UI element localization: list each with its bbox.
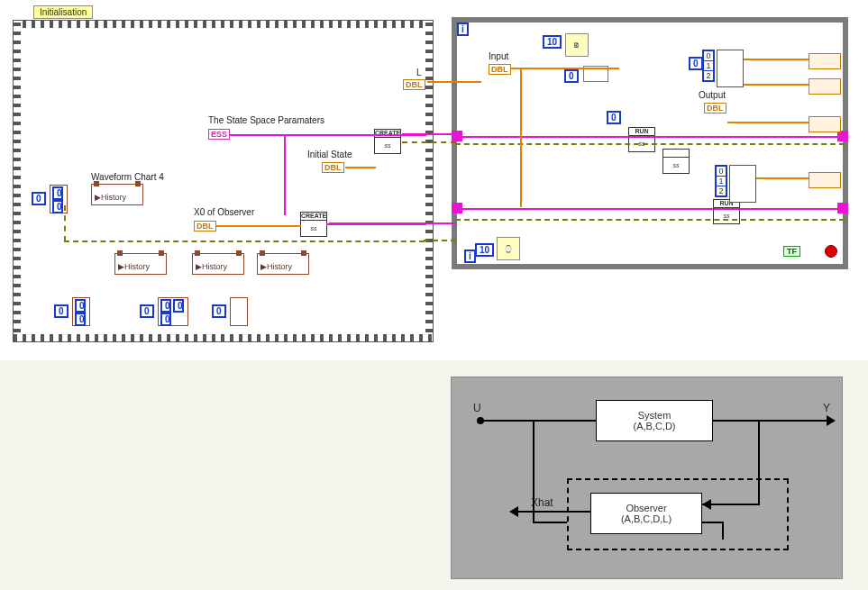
wire-cluster xyxy=(455,136,845,138)
ss-icon: ss xyxy=(714,208,739,223)
create-ss-bottom-subvi[interactable]: CREATE ss xyxy=(300,212,327,237)
loop-iteration-terminal: i xyxy=(464,250,476,263)
create-label: CREATE xyxy=(301,213,326,221)
const-zero: 0 xyxy=(54,304,69,318)
wire-cluster xyxy=(329,222,456,224)
initial-state-datatype: DBL xyxy=(322,162,344,173)
wire-error xyxy=(455,219,845,221)
observer-params: (A,B,C,D,L) xyxy=(591,513,701,524)
bd-wire xyxy=(722,522,724,540)
wire-cluster xyxy=(455,208,845,210)
input-datatype: DBL xyxy=(489,64,511,75)
wire-cluster xyxy=(284,134,286,215)
bd-wire xyxy=(533,420,535,523)
sequence-tab-initialisation: Initialisation xyxy=(33,5,93,19)
while-loop: Input DBL Output DBL 10 10 0 0 0 ⌚ TF i … xyxy=(452,17,848,269)
array-cell: 0 xyxy=(173,299,184,313)
wait-ms-icon[interactable]: ⌚ xyxy=(497,237,520,260)
wire-cluster xyxy=(402,133,456,135)
numeric-array: 0 0 0 xyxy=(158,297,188,326)
bd-wire xyxy=(480,420,596,422)
history-node[interactable]: ▶History xyxy=(257,253,309,275)
state-space-datatype: ESS xyxy=(208,129,230,140)
arrow-left-icon xyxy=(509,506,518,517)
ss-model-subvi[interactable]: ss xyxy=(662,149,690,174)
array-cell: 0 xyxy=(160,313,171,326)
bundle-node[interactable] xyxy=(729,165,756,203)
wire-dbl xyxy=(744,59,809,60)
array-cell: 0 xyxy=(52,200,63,213)
const-zero: 0 xyxy=(212,304,226,318)
array-cell: 0 xyxy=(52,186,63,200)
x0-observer-label: X0 of Observer xyxy=(194,207,254,217)
loop-stop-terminal[interactable] xyxy=(825,245,837,258)
ss-icon: ss xyxy=(375,138,400,153)
u-label: U xyxy=(473,402,481,414)
chart-indicator[interactable] xyxy=(809,53,841,69)
input-label: Input xyxy=(489,51,508,61)
bd-wire xyxy=(713,420,830,422)
state-space-label: The State Space Paramaters xyxy=(208,115,324,125)
chart-indicator[interactable] xyxy=(809,78,841,95)
l-gain-label: L xyxy=(416,68,422,77)
observer-block: Observer (A,B,C,D,L) xyxy=(590,493,702,534)
waveform-chart-4-label: Waveform Chart 4 xyxy=(91,172,164,182)
history-node[interactable]: ▶History xyxy=(91,184,143,205)
index-array-block[interactable]: 012 xyxy=(715,165,727,197)
wire-dbl xyxy=(756,177,809,179)
run-label: RUN xyxy=(629,128,654,136)
x0-observer-datatype: DBL xyxy=(194,221,216,231)
initialisation-frame: Initialisation The State Space Paramater… xyxy=(13,20,434,342)
array-cell: 0 xyxy=(75,299,86,313)
history-node[interactable]: ▶History xyxy=(192,253,244,275)
bd-wire xyxy=(702,522,724,523)
run-ss-top-subvi[interactable]: RUN ss xyxy=(628,127,655,152)
index-array-block[interactable]: 012 xyxy=(702,50,715,82)
wire-dbl xyxy=(427,81,481,83)
l-gain-datatype: DBL xyxy=(403,79,425,90)
output-datatype: DBL xyxy=(704,103,726,113)
wire-dbl xyxy=(511,68,619,69)
arrow-right-icon xyxy=(827,415,836,426)
wire-cluster xyxy=(230,134,426,136)
wire-dbl xyxy=(520,68,522,207)
wire-dbl xyxy=(744,84,809,86)
sim-config-icon[interactable]: 🗎 xyxy=(565,33,589,57)
const-zero: 0 xyxy=(32,192,46,205)
bundle-node[interactable] xyxy=(717,50,744,87)
system-title: System xyxy=(597,410,712,421)
wire-error xyxy=(455,143,845,145)
loop-iteration-terminal: i xyxy=(457,23,469,36)
create-ss-top-subvi[interactable]: CREATE ss xyxy=(374,129,401,154)
bd-wire xyxy=(516,511,590,513)
wire-error xyxy=(64,205,66,241)
blank-hdr xyxy=(663,150,689,158)
const-ten: 10 xyxy=(475,243,494,257)
wire-error xyxy=(424,240,456,241)
numeric-array: 0 0 xyxy=(72,297,90,326)
array-cell: 0 xyxy=(75,313,86,326)
system-params: (A,B,C,D) xyxy=(597,421,712,431)
y-label: Y xyxy=(823,402,830,414)
array-cell: 0 xyxy=(160,299,171,313)
const-ten: 10 xyxy=(543,35,562,49)
observer-block-diagram: U Y Xhat System (A,B,C,D) Observer (A,B,… xyxy=(451,377,843,579)
wire-dbl xyxy=(727,122,809,123)
numeric-array xyxy=(230,297,248,326)
wire-error xyxy=(402,141,456,143)
boolean-tf-indicator: TF xyxy=(783,246,800,257)
const-zero: 0 xyxy=(689,57,703,70)
observer-title: Observer xyxy=(591,503,701,513)
wire-error xyxy=(64,241,425,242)
bd-wire xyxy=(758,420,760,505)
output-label: Output xyxy=(699,90,726,100)
history-node[interactable]: ▶History xyxy=(114,253,167,275)
chart-indicator[interactable] xyxy=(809,116,841,132)
bd-wire xyxy=(533,522,567,523)
chart-indicator[interactable] xyxy=(809,172,841,188)
initial-state-label: Initial State xyxy=(307,150,352,159)
const-zero: 0 xyxy=(564,69,579,83)
const-zero: 0 xyxy=(140,304,154,318)
ss-icon: ss xyxy=(301,221,326,236)
const-zero: 0 xyxy=(607,111,621,124)
